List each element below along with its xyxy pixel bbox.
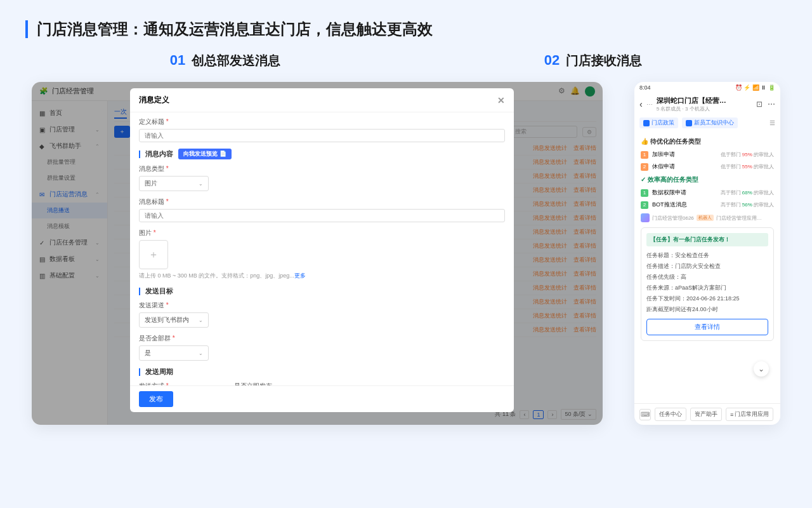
chip-asset-helper[interactable]: 资产助手	[690, 408, 722, 421]
modal-footer: 发布	[130, 385, 514, 412]
field-msg-title-label: 消息标题 *	[139, 197, 505, 206]
image-upload[interactable]: ＋	[139, 240, 168, 269]
eff-section-title: ✓ 效率高的任务类型	[641, 175, 774, 184]
chevron-down-icon: ⌄	[199, 351, 203, 356]
upload-hint: 请上传 0 MB ~ 300 MB 的文件。支持格式：png、jpg、jpeg.…	[139, 272, 505, 280]
tab-policy[interactable]: 门店政策	[639, 117, 678, 128]
task-time-row: 任务下发时间：2024-06-26 21:18:25	[646, 293, 768, 304]
section-content: 消息内容 向我发送预览 📄	[139, 149, 505, 159]
section-cycle: 发送周期	[139, 367, 505, 377]
publish-button[interactable]: 发布	[139, 391, 173, 407]
more-icon[interactable]: ⋯	[646, 101, 653, 108]
task-desc-row: 任务描述：门店防火安全检查	[646, 261, 768, 272]
chevron-down-icon: ⌄	[199, 318, 203, 323]
badge-2-icon: 2	[641, 201, 648, 209]
doc-icon	[686, 120, 692, 126]
menu-icon[interactable]: ⋯	[768, 100, 775, 109]
badge-1-icon: 1	[641, 189, 648, 197]
opt1-stat: 低于部门 95% 的审批人	[721, 151, 774, 158]
status-time: 8:04	[639, 84, 651, 91]
filter-icon[interactable]: ☰	[769, 119, 775, 126]
chip-task-center[interactable]: 任务中心	[655, 408, 686, 421]
field-def-title-label: 定义标题 *	[139, 117, 505, 126]
section-target: 发送目标	[139, 286, 505, 296]
modal-header: 消息定义 ✕	[130, 88, 514, 112]
field-msg-type-label: 消息类型 *	[139, 164, 505, 173]
opt-item-1: 1加班申请低于部门 95% 的审批人	[641, 149, 774, 161]
opt-section-title: 👍 待优化的任务类型	[641, 137, 774, 146]
step-2-num: 02	[544, 52, 560, 69]
all-group-select[interactable]: 是⌄	[139, 345, 209, 361]
header-accent-bar	[25, 20, 28, 38]
bot-source: 门店经营管理应用…	[716, 215, 762, 222]
eff1-stat: 高于部门 68% 的审批人	[721, 189, 774, 196]
back-icon[interactable]: ‹	[639, 99, 643, 109]
close-icon[interactable]: ✕	[497, 95, 505, 105]
tab-knowledge[interactable]: 新员工知识中心	[682, 117, 738, 128]
video-icon[interactable]: ⊡	[756, 100, 763, 109]
keyboard-icon[interactable]: ⌨	[639, 409, 651, 420]
field-channel-label: 发送渠道 *	[139, 301, 505, 310]
step-2: 02 门店接收消息	[544, 52, 642, 69]
channel-select[interactable]: 发送到飞书群内⌄	[139, 312, 209, 328]
page-title: 门店消息管理：通知及运营消息直达门店，信息触达更高效	[37, 19, 433, 39]
mobile-header: ‹ ⋯ 深圳蛇口门店【经营… 5 名群成员 · 3 个机器人 ⊡ ⋯	[634, 93, 780, 115]
msg-title-input[interactable]	[139, 209, 505, 222]
badge-2-icon: 2	[641, 163, 648, 171]
step-1-title: 创总部发送消息	[192, 52, 280, 69]
mobile-bottom-bar: ⌨ 任务中心 资产助手 ≡门店常用应用	[634, 403, 780, 425]
field-image-label: 图片 *	[139, 229, 505, 237]
modal-title: 消息定义	[139, 95, 169, 105]
chat-title: 深圳蛇口门店【经营… 5 名群成员 · 3 个机器人	[657, 96, 752, 112]
preview-badge[interactable]: 向我发送预览 📄	[178, 149, 232, 159]
task-deadline-row: 距离截至时间还有24.00小时	[646, 304, 768, 315]
upload-more-link[interactable]: 更多	[294, 272, 306, 279]
step-2-title: 门店接收消息	[566, 52, 642, 69]
opt-item-2: 2休假申请低于部门 55% 的审批人	[641, 161, 774, 173]
page-header: 门店消息管理：通知及运营消息直达门店，信息触达更高效	[0, 0, 812, 52]
eff-item-2: 2BOT推送消息高于部门 56% 的审批人	[641, 199, 774, 211]
mobile-tabs: 门店政策 新员工知识中心 ☰	[634, 115, 780, 131]
eff-item-1: 1数据权限申请高于部门 68% 的审批人	[641, 187, 774, 199]
def-title-input[interactable]	[139, 129, 505, 142]
mobile-status-bar: 8:04 ⏰ ⚡ 📶 ⏸ 🔋	[634, 82, 780, 93]
field-all-group-label: 是否全部群 *	[139, 334, 505, 343]
message-modal: 消息定义 ✕ 定义标题 * 消息内容 向我发送预览 📄 消息类型 * 图片⌄ 消…	[130, 88, 514, 412]
doc-icon	[643, 120, 650, 126]
chip-common-apps[interactable]: ≡门店常用应用	[726, 408, 773, 421]
bot-badge: 机器人	[697, 215, 714, 221]
opt2-stat: 低于部门 55% 的审批人	[721, 163, 774, 170]
bot-name: 门店经营管理0626	[652, 215, 694, 222]
task-card: 【任务】有一条门店任务发布！ 任务标题：安全检查任务 任务描述：门店防火安全检查…	[641, 227, 774, 341]
task-title-row: 任务标题：安全检查任务	[646, 250, 768, 261]
steps-row: 01 创总部发送消息 02 门店接收消息	[0, 52, 812, 82]
bot-avatar-icon	[641, 213, 650, 222]
task-source-row: 任务来源：aPaaS解决方案部门	[646, 283, 768, 293]
scroll-down-button[interactable]: ⌄	[754, 361, 769, 377]
bot-header: 门店经营管理0626 机器人 门店经营管理应用…	[641, 211, 774, 225]
task-card-header: 【任务】有一条门店任务发布！	[646, 233, 768, 246]
mobile-panel: 8:04 ⏰ ⚡ 📶 ⏸ 🔋 ‹ ⋯ 深圳蛇口门店【经营… 5 名群成员 · 3…	[634, 82, 780, 425]
badge-1-icon: 1	[641, 151, 648, 159]
task-priority-row: 任务优先级：高	[646, 272, 768, 283]
chat-subtitle: 5 名群成员 · 3 个机器人	[657, 105, 752, 112]
view-detail-button[interactable]: 查看详情	[646, 319, 768, 335]
eff2-stat: 高于部门 56% 的审批人	[721, 201, 774, 208]
status-icons: ⏰ ⚡ 📶 ⏸ 🔋	[735, 84, 775, 91]
msg-type-select[interactable]: 图片⌄	[139, 176, 209, 191]
desktop-panel: 🧩 门店经营管理 ⚙ 🔔 ▦首页 ▣门店管理⌄ ◆飞书群助手⌃ 群批量管理 群批…	[32, 82, 603, 425]
step-1-num: 01	[170, 52, 185, 69]
modal-body: 定义标题 * 消息内容 向我发送预览 📄 消息类型 * 图片⌄ 消息标题 * 图…	[130, 112, 514, 385]
chevron-down-icon: ⌄	[199, 181, 203, 187]
step-1: 01 创总部发送消息	[170, 52, 280, 69]
